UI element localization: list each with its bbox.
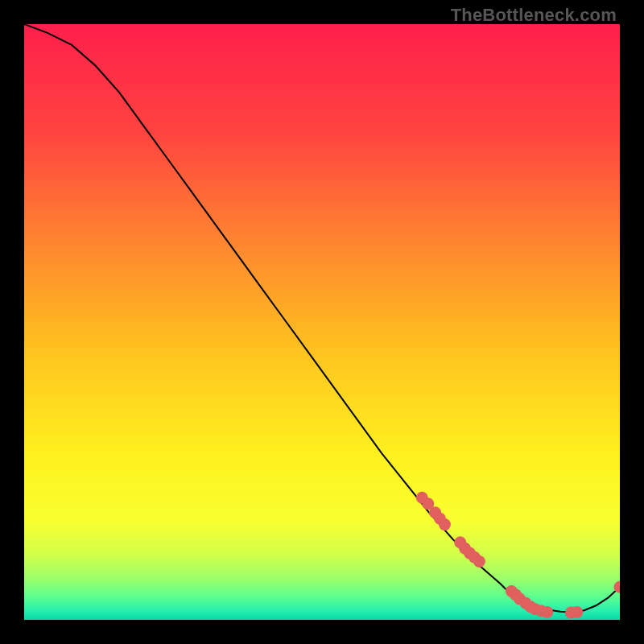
data-marker xyxy=(473,555,485,568)
bottleneck-chart xyxy=(24,24,620,620)
data-marker xyxy=(541,606,553,618)
data-marker xyxy=(439,518,451,530)
watermark-text: TheBottleneck.com xyxy=(451,5,617,26)
data-marker xyxy=(571,606,583,618)
chart-frame xyxy=(24,24,620,620)
gradient-background xyxy=(24,24,620,620)
